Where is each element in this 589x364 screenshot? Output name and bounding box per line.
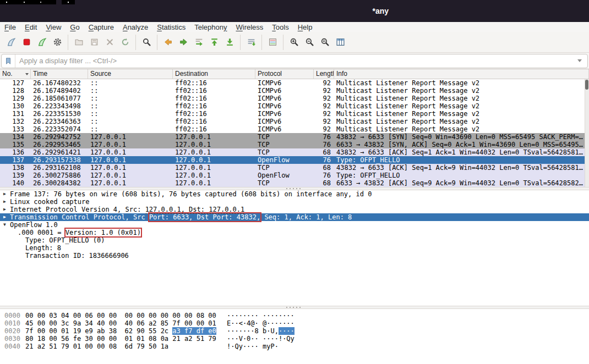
expander-icon[interactable]: ▶	[2, 198, 10, 206]
detail-line[interactable]: ▶Transmission Control Protocol, Src Port…	[0, 213, 589, 221]
menu-item-edit[interactable]: Edit	[20, 23, 41, 31]
menu-item-tools[interactable]: Tools	[268, 23, 293, 31]
hex-offset: 0000	[4, 312, 21, 319]
hex-offset: 0030	[4, 335, 21, 343]
hex-offset: 0010	[4, 319, 21, 327]
column-header-length[interactable]: Length	[314, 69, 334, 79]
menu-item-file[interactable]: File	[0, 23, 20, 31]
toolbar-colorize-button[interactable]	[265, 35, 280, 50]
file-open-icon	[74, 37, 84, 47]
toolbar-zoom-original-button[interactable]	[317, 35, 332, 50]
display-filter-input[interactable]: Apply a display filter ... <Ctrl-/>	[1, 54, 588, 68]
expander-icon[interactable]: ▼	[2, 221, 10, 229]
column-header-source[interactable]: Source	[88, 69, 173, 79]
hex-row[interactable]: 000000 00 03 04 00 06 00 00 00 00 00 00 …	[0, 312, 589, 319]
menu-item-telephony[interactable]: Telephony	[190, 23, 231, 31]
packet-row[interactable]: 13626.292961421127.0.0.1127.0.0.1TCP6843…	[0, 148, 589, 156]
menu-item-analyze[interactable]: Analyze	[118, 23, 152, 31]
hex-bytes: 7f 00 00 01 19 e9 ab 38 62 90 55 2c a3 f…	[25, 327, 221, 335]
hex-bytes: 00 00 03 04 00 06 00 00 00 00 00 00 00 0…	[25, 312, 221, 319]
detail-line[interactable]: ▶Internet Protocol Version 4, Src: 127.0…	[0, 206, 589, 213]
column-header-time[interactable]: Time	[31, 69, 88, 79]
packet-row[interactable]: 13126.223351530::ff02::16ICMPv692Multica…	[0, 110, 589, 118]
toolbar-go-bottom-button[interactable]	[222, 35, 237, 50]
toolbar-capture-stop-button[interactable]	[19, 35, 34, 50]
packet-row[interactable]: 13926.300275886127.0.0.1127.0.0.1OpenFlo…	[0, 172, 589, 179]
hex-row[interactable]: 001045 00 00 3c 9a 34 40 00 40 06 a2 85 …	[0, 319, 589, 327]
menu-item-help[interactable]: Help	[293, 23, 317, 31]
find-icon	[142, 37, 151, 47]
toolbar-zoom-in-button[interactable]	[286, 35, 302, 50]
scrollbar-thumb[interactable]	[585, 80, 588, 90]
column-header-protocol[interactable]: Protocol	[255, 69, 314, 79]
filter-dropdown-arrow-icon[interactable]	[577, 59, 582, 62]
menu-item-go[interactable]: Go	[66, 23, 84, 31]
wireshark-window: *any FileEditViewGoCaptureAnalyzeStatist…	[0, 0, 589, 364]
go-bottom-icon	[225, 37, 234, 47]
detail-line[interactable]: Transaction ID: 1836666906	[0, 252, 589, 260]
hex-row[interactable]: 004021 a2 51 79 01 00 00 08 6d 79 50 1a!…	[0, 343, 589, 350]
toolbar-find-button[interactable]	[139, 35, 154, 50]
screen-artifact	[0, 0, 56, 4]
expander-icon[interactable]: ▶	[2, 206, 10, 213]
column-header-info[interactable]: Info	[334, 69, 589, 79]
toolbar-file-save-button[interactable]	[86, 35, 102, 50]
splitter-grip-icon	[286, 188, 303, 189]
toolbar-resize-columns-button[interactable]	[332, 35, 348, 50]
filter-bookmark-icon[interactable]	[2, 54, 15, 68]
packet-row[interactable]: 12826.167489402::ff02::16ICMPv692Multica…	[0, 87, 589, 95]
file-save-icon	[90, 37, 99, 47]
packet-row[interactable]: 12926.185061077::ff02::16ICMPv692Multica…	[0, 95, 589, 102]
toolbar-reload-button[interactable]	[117, 35, 133, 50]
packet-row[interactable]: 13026.223343498::ff02::16ICMPv692Multica…	[0, 102, 589, 110]
detail-line[interactable]: ▶Linux cooked capture	[0, 198, 589, 206]
detail-line[interactable]: ▼OpenFlow 1.0	[0, 221, 589, 229]
packet-row[interactable]: 13226.223346363::ff02::16ICMPv692Multica…	[0, 118, 589, 125]
file-close-icon	[105, 37, 114, 47]
reload-icon	[121, 37, 130, 47]
toolbar-capture-restart-button[interactable]	[34, 35, 50, 50]
hex-row[interactable]: 003080 18 00 56 fe 30 00 00 01 01 08 0a …	[0, 335, 589, 343]
packet-row[interactable]: 13726.293157338127.0.0.1127.0.0.1OpenFlo…	[0, 156, 589, 164]
expander-icon[interactable]: ▶	[2, 213, 10, 221]
colorize-icon	[268, 37, 277, 47]
toolbar-auto-scroll-button[interactable]	[243, 35, 259, 50]
main-toolbar	[0, 32, 589, 53]
toolbar-file-close-button[interactable]	[102, 35, 117, 50]
toolbar-go-back-button[interactable]	[160, 35, 176, 50]
detail-line[interactable]: .000 0001 = Version: 1.0 (0x01)	[0, 229, 589, 236]
toolbar-file-open-button[interactable]	[71, 35, 86, 50]
menu-item-view[interactable]: View	[41, 23, 66, 31]
packet-row[interactable]: 12726.167480232::ff02::16ICMPv692Multica…	[0, 79, 589, 87]
hex-ascii: !·Qy···· myP·	[227, 343, 279, 350]
column-header-destination[interactable]: Destination	[173, 69, 255, 79]
expander-icon[interactable]: ▶	[2, 190, 10, 198]
toolbar-go-to-packet-button[interactable]	[191, 35, 206, 50]
packet-row[interactable]: 14026.300284382127.0.0.1127.0.0.1TCP6866…	[0, 179, 589, 187]
toolbar-go-forward-button[interactable]	[176, 35, 191, 50]
window-title: *any	[372, 7, 389, 15]
menu-item-statistics[interactable]: Statistics	[152, 23, 190, 31]
pane-splitter[interactable]	[0, 187, 589, 190]
filter-bar: Apply a display filter ... <Ctrl-/>	[0, 53, 589, 69]
detail-line[interactable]: Length: 8	[0, 244, 589, 252]
packet-row[interactable]: 13326.223352074::ff02::16ICMPv692Multica…	[0, 125, 589, 133]
packet-row[interactable]: 13426.292942752127.0.0.1127.0.0.1TCP7643…	[0, 133, 589, 141]
toolbar-zoom-out-button[interactable]	[302, 35, 317, 50]
column-header-no[interactable]: No.	[0, 69, 31, 79]
packet-row[interactable]: 13826.293162108127.0.0.1127.0.0.1TCP6843…	[0, 164, 589, 172]
toolbar-capture-start-button[interactable]	[3, 35, 19, 50]
capture-stop-icon	[22, 37, 31, 47]
packet-row[interactable]: 13526.292953465127.0.0.1127.0.0.1TCP7666…	[0, 141, 589, 148]
menu-item-capture[interactable]: Capture	[84, 23, 118, 31]
toolbar-go-top-button[interactable]	[206, 35, 222, 50]
packet-list-scrollbar[interactable]	[585, 79, 589, 187]
detail-line[interactable]: ▶Frame 137: 76 bytes on wire (608 bits),…	[0, 190, 589, 198]
detail-line[interactable]: Type: OFPT_HELLO (0)	[0, 236, 589, 244]
hex-row[interactable]: 00207f 00 00 01 19 e9 ab 38 62 90 55 2c …	[0, 327, 589, 335]
pane-splitter[interactable]	[0, 306, 589, 309]
capture-options-icon	[53, 37, 62, 47]
toolbar-capture-options-button[interactable]	[50, 35, 65, 50]
menu-item-wireless[interactable]: Wireless	[232, 23, 268, 31]
hex-bytes: 21 a2 51 79 01 00 00 08 6d 79 50 1a	[25, 343, 221, 350]
